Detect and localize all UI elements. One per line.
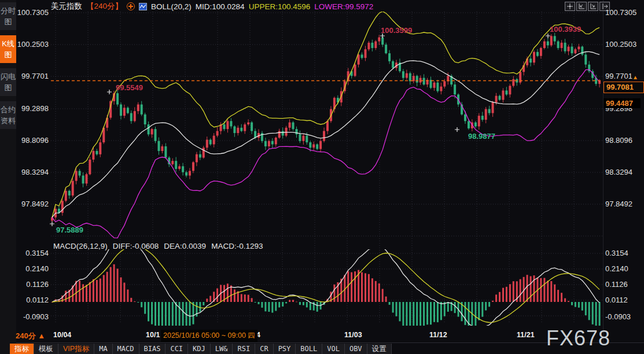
price-annotation-high: 100.3599	[381, 26, 412, 35]
macd-axis-label: 0.3154	[16, 249, 49, 257]
sidebar-item-timeshare[interactable]: 分时图	[0, 2, 16, 30]
toolbar-item-cci[interactable]: CCI	[165, 344, 188, 354]
chart-tool-buttons	[565, 2, 610, 11]
price-axis-label: 97.8492	[605, 200, 642, 208]
date-label: 10/04	[53, 331, 71, 339]
secondary-price-tag: 99.4487	[603, 98, 641, 108]
sidebar-item-kline[interactable]: K线图	[0, 35, 16, 63]
toolbar-item-indicator[interactable]: 指标	[10, 344, 34, 354]
toolbar-item-ma[interactable]: MA	[94, 344, 112, 354]
toolbar-item-boll[interactable]: BOLL	[296, 344, 322, 354]
current-price-tag: 99.7081	[603, 82, 644, 93]
macd-axis-label: 0.0112	[605, 296, 642, 304]
macd-value: MACD:-0.1293	[211, 242, 263, 250]
macd-diff: DIFF:-0.0608	[113, 242, 159, 250]
price-annotation-low: 97.5889	[56, 226, 83, 234]
scale-left-icon[interactable]	[576, 2, 587, 11]
toolbar-item-kdj[interactable]: KDJ	[188, 344, 211, 354]
price-annotation-high: 99.5549	[116, 83, 143, 92]
chart-header: 美元指数 【240分】 BOLL(20,2) MID:100.0284 UPPE…	[51, 2, 373, 11]
symbol-name: 美元指数	[51, 1, 82, 12]
scale-right-icon[interactable]	[588, 2, 598, 11]
macd-header: MACD(26,12,9) DIFF:-0.0608 DEA:0.0039 MA…	[53, 242, 263, 250]
price-axis-label: 100.7305	[605, 9, 642, 17]
macd-axis-label: -0.0903	[605, 313, 642, 321]
boll-lower-value: LOWER:99.5972	[314, 2, 373, 11]
price-axis-label: 97.8492	[16, 200, 49, 208]
price-axis-label: 100.2503	[605, 40, 642, 49]
candlestick-chart[interactable]	[0, 0, 644, 354]
toolbar-item-lw[interactable]: LW&	[211, 344, 233, 354]
macd-axis-label: 0.1126	[605, 281, 642, 289]
toolbar-item-bias[interactable]: BIAS	[139, 344, 166, 354]
macd-axis-label: 0.2140	[605, 265, 642, 273]
sidebar-item-contract-info[interactable]: 合约资料	[0, 101, 16, 129]
price-axis-label: 98.8096	[16, 137, 49, 145]
period-label: 【240分】	[86, 1, 123, 12]
toolbar-item-psy[interactable]: PSY	[274, 344, 296, 354]
macd-dea: DEA:0.0039	[164, 242, 206, 250]
toolbar-item-vip[interactable]: VIP指标	[58, 344, 94, 354]
price-axis-label: 98.8096	[605, 137, 642, 145]
trading-app: 分时图 K线图 闪电图 合约资料 美元指数 【240分】 BOLL(20,2) …	[0, 0, 644, 354]
date-label: 11/12	[429, 331, 447, 339]
macd-axis-label: 0.2140	[16, 265, 49, 273]
up-arrow-icon: ▲	[632, 74, 638, 80]
price-annotation-low: 98.9877	[468, 132, 495, 141]
indicator-toolbar: 指标 模板 VIP指标 MA MACD BIAS CCI KDJ LW& RSI…	[10, 344, 392, 354]
crosshair-icon[interactable]	[565, 2, 575, 11]
sidebar-item-lightning[interactable]: 闪电图	[0, 68, 16, 96]
toolbar-item-obv[interactable]: OBV	[345, 344, 367, 354]
macd-name: MACD(26,12,9)	[53, 242, 108, 250]
toolbar-item-cr[interactable]: CR	[255, 344, 273, 354]
toolbar-item-macd[interactable]: MACD	[113, 344, 139, 354]
date-label: 11/03	[344, 331, 362, 339]
price-axis-label: 98.3294	[605, 168, 642, 176]
price-axis-label: 98.3294	[16, 168, 49, 176]
macd-axis-label: -0.0903	[16, 313, 49, 321]
line-chart-icon	[139, 3, 147, 10]
macd-axis-label: 0.0112	[16, 296, 49, 304]
price-axis-label: 99.2898	[16, 105, 49, 113]
period-selector[interactable]: 240分 ▲	[16, 331, 45, 341]
price-axis-label: 100.7305	[16, 9, 49, 17]
boll-mid-value: MID:100.0284	[196, 2, 245, 11]
toolbar-item-rsi[interactable]: RSI	[233, 344, 255, 354]
chart-type-sidebar: 分时图 K线图 闪电图 合约资料	[0, 0, 16, 354]
bar-time-tooltip: 2025/10/16 05:00 ~ 09:00 四	[161, 330, 257, 342]
date-label: 11/21	[517, 331, 535, 339]
boll-upper-value: UPPER:100.4596	[249, 2, 311, 11]
dropdown-arrow-icon: ▲	[38, 331, 45, 340]
toolbar-item-template[interactable]: 模板	[34, 344, 58, 354]
toolbar-item-vol[interactable]: VOL	[322, 344, 345, 354]
macd-axis-label: 0.1126	[16, 281, 49, 289]
price-axis-label: 100.2503	[16, 40, 49, 49]
plus-circle-icon[interactable]	[127, 2, 135, 10]
watermark: FX678	[546, 326, 610, 351]
boll-label: BOLL(20,2)	[151, 2, 192, 11]
macd-axis-label: 0.3154	[605, 249, 642, 257]
price-annotation-high: 100.3939	[550, 25, 581, 34]
date-label: 10/1	[146, 331, 160, 339]
price-axis-label: 99.7701	[16, 72, 49, 80]
toolbar-item-settings[interactable]: 设置	[367, 344, 392, 354]
